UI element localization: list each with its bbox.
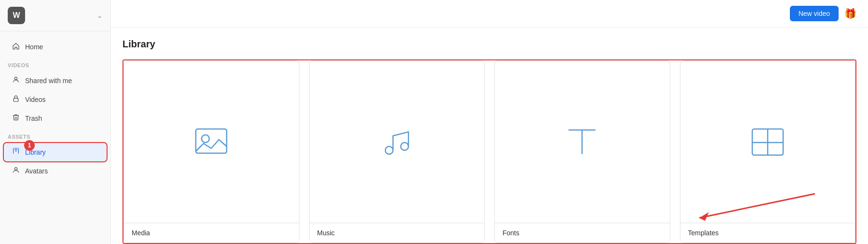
svg-point-0 [14,77,17,80]
sidebar-item-shared-label: Shared with me [25,77,72,85]
svg-point-4 [202,135,209,143]
media-card-label: Media [124,223,299,243]
new-video-button[interactable]: New video [790,6,839,21]
media-card-preview [124,61,299,223]
sidebar-item-home-label: Home [25,43,43,51]
logo-button[interactable]: W [8,7,25,24]
sidebar-item-videos[interactable]: Videos [4,90,107,109]
sidebar: W ⌄ Home Videos Shared with me [0,0,111,244]
fonts-card[interactable]: Fonts [494,60,670,243]
gift-icon: 🎁 [844,8,856,19]
media-card[interactable]: Media [123,60,299,243]
videos-section-label: Videos [0,57,110,71]
library-grid: Media Music [122,59,856,244]
sidebar-item-trash[interactable]: Trash [4,109,107,128]
media-icon [192,125,231,159]
chevron-down-icon[interactable]: ⌄ [97,12,103,19]
templates-card-preview [680,61,855,223]
sidebar-nav: Home Videos Shared with me Videos [0,31,110,244]
sidebar-item-library[interactable]: Library 1 [4,143,107,161]
svg-point-6 [401,143,408,150]
trash-icon [12,114,20,123]
music-card[interactable]: Music [309,60,485,243]
gift-button[interactable]: 🎁 [844,8,856,19]
main-header: New video 🎁 [111,0,868,28]
page-content: Library Media [111,27,868,244]
library-icon [12,147,20,157]
assets-section-label: Assets [0,128,110,143]
music-icon [378,125,416,159]
templates-icon [748,125,787,159]
sidebar-item-avatars[interactable]: Avatars [4,162,107,180]
lock-icon [12,95,20,104]
main-content: New video 🎁 Library Media [111,0,868,244]
fonts-card-label: Fonts [495,223,670,243]
avatars-icon [12,166,20,176]
fonts-icon [563,125,601,159]
music-card-preview [310,61,485,223]
library-badge: 1 [24,140,35,151]
page-title: Library [122,39,856,50]
svg-point-2 [14,168,17,170]
fonts-card-preview [495,61,670,223]
shared-icon [12,76,20,86]
templates-card-label: Templates [680,223,855,243]
sidebar-item-trash-label: Trash [25,115,42,122]
sidebar-item-avatars-label: Avatars [25,167,48,175]
svg-point-5 [385,146,393,154]
sidebar-item-shared-with-me[interactable]: Shared with me [4,72,107,90]
svg-rect-3 [196,129,227,153]
header-actions: New video 🎁 [790,6,856,21]
sidebar-item-videos-label: Videos [25,96,46,103]
templates-card[interactable]: Templates [680,60,856,243]
home-icon [12,42,20,52]
sidebar-item-home[interactable]: Home [4,38,107,56]
svg-rect-1 [14,98,18,101]
music-card-label: Music [310,223,485,243]
sidebar-header: W ⌄ [0,0,110,31]
